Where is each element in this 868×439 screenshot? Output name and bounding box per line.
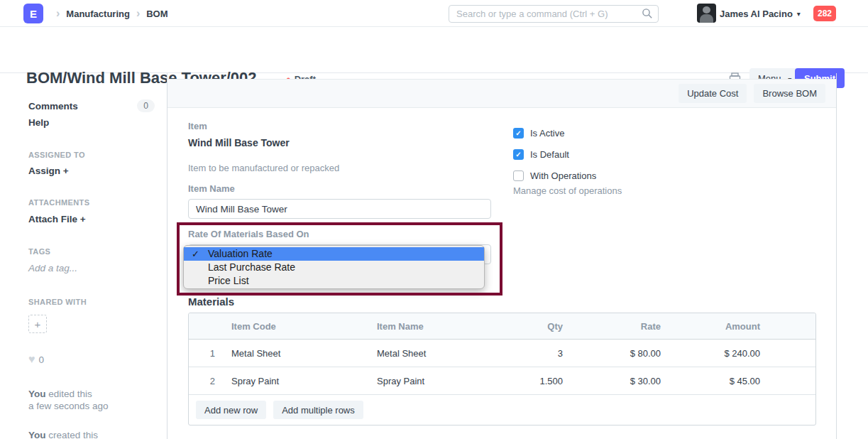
dropdown-option-price-list[interactable]: Price List: [184, 274, 484, 288]
assigned-to-heading: ASSIGNED TO: [28, 151, 85, 159]
user-name: James Al Pacino: [720, 9, 793, 19]
sidebar-item-comments[interactable]: Comments 0: [28, 99, 155, 112]
checkbox-unchecked-icon: [513, 170, 524, 181]
attach-file-label: Attach File: [28, 214, 77, 224]
user-menu[interactable]: James Al Pacino ▾: [720, 0, 801, 27]
created-info: You created this: [28, 430, 98, 439]
attach-file-button[interactable]: Attach File +: [28, 214, 86, 224]
chevron-down-icon: ▾: [797, 10, 801, 18]
cell-item-name: Spray Paint: [366, 376, 494, 386]
created-by: You: [28, 430, 46, 439]
dropdown-option-valuation-rate[interactable]: ✓ Valuation Rate: [184, 247, 484, 261]
sidebar-item-help[interactable]: Help: [28, 117, 49, 128]
row-index: 1: [189, 348, 221, 359]
with-operations-checkbox[interactable]: With Operations: [513, 170, 596, 181]
page-title-bar: BOM/Wind Mill Base Tower/002 ● Draft Men…: [0, 27, 868, 73]
rate-based-on-label: Rate Of Materials Based On: [188, 229, 309, 239]
cell-amount: $ 240.00: [671, 348, 817, 359]
cell-item-code: Spray Paint: [221, 376, 366, 386]
item-label: Item: [188, 121, 207, 131]
materials-heading: Materials: [188, 296, 234, 308]
edited-by: You: [28, 389, 46, 399]
checkbox-checked-icon: ✓: [513, 128, 524, 139]
is-default-checkbox[interactable]: ✓ Is Default: [513, 149, 569, 160]
global-search: [449, 5, 659, 23]
header-item-code: Item Code: [221, 321, 366, 332]
cell-rate: $ 80.00: [573, 348, 671, 359]
option-label: Valuation Rate: [208, 248, 273, 259]
chevron-right-icon: ›: [136, 7, 140, 20]
created-text: created this: [48, 430, 98, 439]
item-name-label: Item Name: [188, 183, 235, 194]
cell-qty: 3: [494, 348, 573, 359]
item-description: Item to be manufactured or repacked: [188, 163, 339, 173]
search-input[interactable]: [449, 5, 659, 23]
add-share-button[interactable]: +: [28, 315, 47, 333]
option-label: Last Purchase Rate: [208, 261, 295, 273]
cell-amount: $ 45.00: [671, 376, 817, 386]
row-index: 2: [189, 376, 221, 386]
like-button[interactable]: ♥ 0: [28, 354, 44, 365]
assign-button[interactable]: Assign +: [28, 166, 69, 176]
materials-table: Item Code Item Name Qty Rate Amount 1 Me…: [188, 313, 816, 426]
comments-label: Comments: [28, 101, 78, 112]
assign-label: Assign: [28, 166, 60, 176]
item-value[interactable]: Wind Mill Base Tower: [188, 137, 290, 148]
shared-with-heading: SHARED WITH: [28, 298, 87, 306]
tags-heading: TAGS: [28, 247, 50, 256]
table-row[interactable]: 2 Spray Paint Spray Paint 1.500 $ 30.00 …: [189, 367, 815, 395]
edited-info: You edited this a few seconds ago: [28, 388, 109, 412]
table-footer: Add new row Add multiple rows: [189, 395, 815, 425]
checkbox-label: Is Active: [530, 128, 564, 139]
is-active-checkbox[interactable]: ✓ Is Active: [513, 128, 564, 139]
table-header-row: Item Code Item Name Qty Rate Amount: [189, 313, 815, 340]
checkbox-checked-icon: ✓: [513, 149, 524, 160]
operations-note: Manage cost of operations: [513, 185, 622, 196]
bom-form-page: E › Manufacturing › BOM James Al Pacino …: [0, 0, 868, 439]
divider: [167, 73, 167, 439]
cell-item-code: Metal Sheet: [221, 348, 366, 359]
breadcrumb-manufacturing[interactable]: Manufacturing: [66, 9, 130, 19]
top-navbar: E › Manufacturing › BOM James Al Pacino …: [0, 0, 868, 27]
add-tag-input[interactable]: Add a tag...: [28, 263, 77, 273]
avatar-silhouette: [703, 6, 710, 13]
heart-icon: ♥: [28, 354, 35, 365]
user-avatar[interactable]: [697, 4, 716, 23]
edited-time: a few seconds ago: [28, 400, 109, 412]
add-multiple-rows-button[interactable]: Add multiple rows: [273, 401, 363, 419]
update-cost-button[interactable]: Update Cost: [679, 84, 747, 103]
chevron-right-icon: ›: [56, 7, 60, 20]
app-logo[interactable]: E: [23, 4, 43, 23]
dropdown-option-last-purchase-rate[interactable]: Last Purchase Rate: [184, 261, 484, 274]
comments-count-badge: 0: [137, 99, 155, 112]
breadcrumb: › Manufacturing › BOM: [50, 0, 168, 27]
rate-based-on-dropdown: ✓ Valuation Rate Last Purchase Rate Pric…: [183, 245, 485, 289]
cell-rate: $ 30.00: [573, 376, 671, 386]
form-toolbar: Update Cost Browse BOM: [167, 79, 836, 108]
cell-qty: 1.500: [494, 376, 573, 386]
edited-text: edited this: [48, 389, 92, 399]
checkbox-label: With Operations: [530, 170, 596, 181]
header-rate: Rate: [573, 321, 671, 332]
checkbox-label: Is Default: [530, 149, 569, 160]
divider: [836, 73, 837, 439]
breadcrumb-bom[interactable]: BOM: [146, 9, 167, 19]
like-count: 0: [39, 354, 45, 365]
notification-badge[interactable]: 282: [813, 6, 836, 21]
search-icon[interactable]: [642, 8, 653, 19]
attachments-heading: ATTACHMENTS: [28, 198, 89, 207]
option-label: Price List: [208, 275, 249, 286]
plus-icon: +: [63, 166, 69, 176]
header-qty: Qty: [494, 321, 573, 332]
item-name-input[interactable]: [188, 199, 491, 219]
header-amount: Amount: [671, 321, 817, 332]
header-item-name: Item Name: [366, 321, 494, 332]
avatar-silhouette: [700, 14, 713, 23]
cell-item-name: Metal Sheet: [366, 348, 494, 359]
table-row[interactable]: 1 Metal Sheet Metal Sheet 3 $ 80.00 $ 24…: [189, 340, 815, 367]
browse-bom-button[interactable]: Browse BOM: [754, 84, 825, 103]
check-icon: ✓: [192, 247, 199, 261]
add-new-row-button[interactable]: Add new row: [196, 401, 266, 419]
plus-icon: +: [80, 214, 86, 224]
